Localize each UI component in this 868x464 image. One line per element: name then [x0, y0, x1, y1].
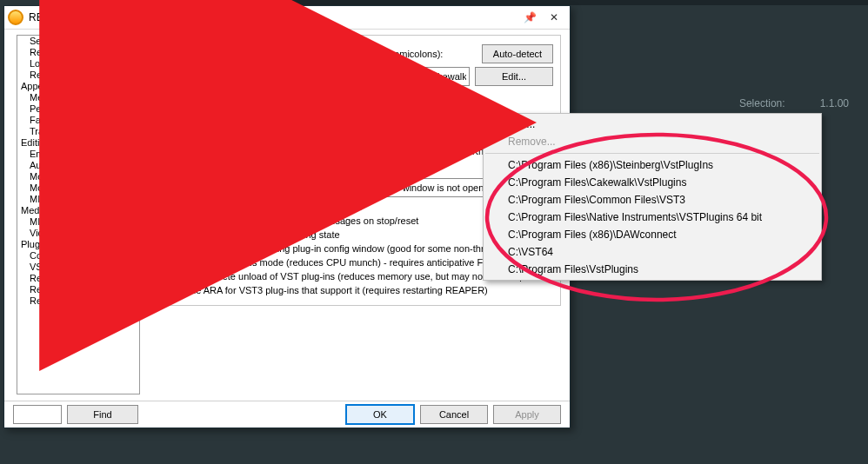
sidebar-item[interactable]: Recording — [17, 47, 139, 58]
titlebar: REAPER Preferences 📌 ✕ — [4, 6, 570, 30]
sidebar-item[interactable]: ReaMote — [17, 295, 139, 307]
sidebar-item[interactable]: Track Control Panels — [17, 126, 139, 137]
sidebar-item[interactable]: Plug-ins — [17, 239, 139, 250]
sidebar-item[interactable]: Media — [17, 205, 139, 216]
sidebar-item[interactable]: Envelope Display — [17, 149, 139, 160]
group-legend: VST plug-ins settings — [155, 29, 249, 39]
sidebar-item[interactable]: Media — [17, 92, 139, 103]
cancel-button[interactable]: Cancel — [420, 405, 488, 424]
close-icon[interactable]: ✕ — [542, 9, 566, 26]
sidebar-item[interactable]: Automation — [17, 160, 139, 171]
sidebar-item[interactable]: Appearance — [17, 81, 139, 92]
selection-value: 1.1.00 — [820, 97, 849, 109]
cb-noteoff[interactable] — [157, 215, 168, 226]
rescan-button[interactable]: Re-scan — [157, 89, 228, 109]
sidebar-item[interactable]: MIDI — [17, 216, 139, 228]
ok-button[interactable]: OK — [345, 404, 415, 425]
menu-separator — [485, 153, 819, 154]
cb-ara[interactable] — [157, 284, 168, 295]
menu-path-item[interactable]: C:\Program Files\Cakewalk\VstPlugins — [484, 174, 821, 191]
pin-icon[interactable]: 📌 — [517, 9, 542, 26]
cb-offline[interactable] — [157, 229, 168, 240]
app-icon — [8, 10, 23, 25]
param-auto-label: Parameter automation notifications: — [157, 182, 307, 193]
sidebar-item[interactable]: Rendering — [17, 70, 139, 81]
edit-paths-button[interactable]: Edit... — [475, 67, 553, 86]
cb-flush[interactable] — [157, 201, 168, 212]
selection-label: Selection: — [739, 97, 785, 109]
cb-unload[interactable] — [157, 270, 168, 282]
sidebar-item[interactable]: Editing Behavior — [17, 137, 139, 149]
menu-path-item[interactable]: C:\VST64 — [484, 243, 821, 261]
cb-uad[interactable] — [157, 256, 168, 268]
sidebar-item[interactable]: ReWire/DX — [17, 273, 139, 284]
menu-path-item[interactable]: C:\Program Files (x86)\Steinberg\VstPlug… — [484, 156, 821, 174]
path-label: VST plug-in paths (can be multiple paths… — [157, 49, 477, 59]
menu-path-item[interactable]: C:\Program Files\VstPlugins — [484, 261, 821, 278]
apply-button[interactable]: Apply — [493, 405, 561, 424]
clear-cache-button[interactable]: Clear cache/re-scan — [233, 89, 334, 109]
category-tree[interactable]: SeekingRecordingLoop RecordingRenderingA… — [17, 35, 140, 394]
find-button[interactable]: Find — [67, 405, 138, 424]
sidebar-item[interactable]: Fades/Crossfades — [17, 115, 139, 126]
sidebar-item[interactable]: Seeking — [17, 36, 139, 47]
cb-bypass[interactable] — [157, 242, 168, 254]
sidebar-item[interactable]: Mouse — [17, 171, 139, 182]
sidebar-item[interactable]: ReaScript — [17, 284, 139, 295]
auto-detect-button[interactable]: Auto-detect — [482, 44, 553, 63]
sidebar-item[interactable]: Loop Recording — [17, 58, 139, 70]
menu-path-item[interactable]: C:\Program Files\Native Instruments\VSTP… — [484, 209, 821, 226]
sidebar-item[interactable]: Video/Import/Misc — [17, 228, 139, 239]
window-title: REAPER Preferences — [29, 11, 517, 23]
sidebar-item[interactable]: Compatibility — [17, 250, 139, 262]
sidebar-item[interactable]: VST — [17, 262, 139, 273]
menu-path-item[interactable]: C:\Program Files\Common Files\VST3 — [484, 191, 821, 209]
sidebar-item[interactable]: Peaks/Waveforms — [17, 103, 139, 115]
sidebar-item[interactable]: Mouse Modifiers — [17, 182, 139, 194]
menu-path-item[interactable]: C:\Program Files (x86)\DAWconnect — [484, 226, 821, 243]
search-input[interactable] — [13, 405, 62, 424]
menu-add[interactable]: Add... — [484, 116, 821, 133]
vst-path-input[interactable] — [157, 67, 470, 86]
menu-remove[interactable]: Remove... — [484, 133, 821, 150]
edit-paths-menu: Add... Remove... C:\Program Files (x86)\… — [483, 113, 822, 281]
sidebar-item[interactable]: MIDI Editor — [17, 194, 139, 205]
generic-ui-checkbox[interactable] — [157, 146, 168, 157]
